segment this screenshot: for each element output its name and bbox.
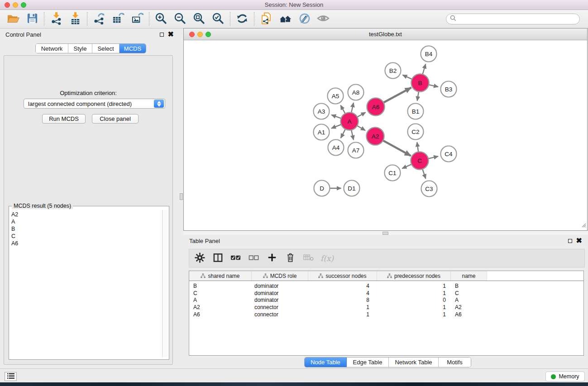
column-visibility-button[interactable] [212,251,224,266]
graph-node-A7[interactable]: A7 [348,143,364,158]
table-cell[interactable]: dominator [252,283,308,289]
export-network-button[interactable] [90,11,109,27]
graph-node-B[interactable]: B [411,74,429,92]
table-cell[interactable]: 1 [377,283,451,289]
network-zoom-button[interactable] [206,32,211,37]
table-cell[interactable]: C [189,290,252,296]
table-cell[interactable]: connector [252,311,308,318]
graph-node-B1[interactable]: B1 [408,104,424,119]
tab-edge-table[interactable]: Edge Table [347,357,389,367]
graph-node-D[interactable]: D [314,181,330,196]
table-row[interactable]: A6connector11A6 [189,311,583,318]
table-cell[interactable]: A6 [451,311,487,318]
column-header-successor-nodes[interactable]: successor nodes [308,271,377,281]
table-cell[interactable]: B [451,283,487,289]
table-cell[interactable]: dominator [252,290,308,296]
table-cell[interactable]: 0 [377,297,451,303]
save-session-button[interactable] [23,11,42,27]
table-cell[interactable]: 4 [308,290,377,296]
graph-node-A3[interactable]: A3 [314,104,330,119]
horizontal-split-handle[interactable] [382,232,388,235]
table-cell[interactable]: 1 [377,304,451,310]
zoom-fit-button[interactable] [190,11,209,27]
mcds-result-item[interactable]: A6 [11,240,163,247]
task-history-button[interactable] [5,372,17,381]
mcds-result-item[interactable]: A2 [11,211,163,218]
graph-node-A2[interactable]: A2 [367,128,384,145]
table-cell[interactable]: A2 [451,304,487,310]
close-panel-button[interactable]: Close panel [92,114,139,124]
import-table-button[interactable] [66,11,85,27]
table-cell[interactable]: connector [252,304,308,310]
graph-node-B3[interactable]: B3 [441,81,457,97]
graph-node-A1[interactable]: A1 [314,124,330,140]
graph-node-C3[interactable]: C3 [421,181,437,197]
table-cell[interactable]: 4 [308,283,377,289]
close-window-button[interactable] [5,2,10,8]
table-cell[interactable]: 1 [377,311,451,318]
graph-node-C[interactable]: C [411,152,429,170]
table-cell[interactable]: A6 [189,311,252,318]
table-cell[interactable]: 1 [308,311,377,318]
float-panel-icon[interactable] [160,33,164,37]
column-header-mcds-role[interactable]: MCDS role [252,271,308,281]
network-canvas[interactable]: B4B2BB3A8A5A6B1A3AA1C2A2A4A7C4CC1C3DD1 [184,40,587,230]
column-header-name[interactable]: name [451,271,487,281]
hide-annotations-button[interactable] [295,11,314,27]
graph-node-A8[interactable]: A8 [348,85,364,100]
mcds-result-item[interactable]: C [11,233,163,240]
mcds-result-scrollbar[interactable] [162,210,168,357]
window-resize-grip[interactable] [581,221,586,229]
search-field[interactable] [446,14,580,24]
zoom-in-button[interactable] [152,11,171,27]
zoom-out-button[interactable] [171,11,190,27]
show-graphics-button[interactable] [314,11,333,27]
tab-mcds[interactable]: MCDS [120,44,146,53]
graph-node-A4[interactable]: A4 [328,140,344,156]
graph-node-B2[interactable]: B2 [385,63,401,79]
table-cell[interactable]: C [451,290,487,296]
tab-network[interactable]: Network [36,44,68,53]
node-table[interactable]: shared nameMCDS rolesuccessor nodesprede… [189,271,584,356]
export-image-button[interactable] [128,11,147,27]
table-cell[interactable]: 1 [308,304,377,310]
network-close-button[interactable] [189,32,195,37]
home-button[interactable] [276,11,295,27]
float-table-panel-icon[interactable] [568,239,572,243]
tab-select[interactable]: Select [92,44,120,53]
graph-node-A[interactable]: A [341,113,359,130]
deselect-all-button[interactable] [248,251,260,266]
tab-style[interactable]: Style [68,44,92,53]
table-cell[interactable]: 8 [308,297,377,303]
tab-network-table[interactable]: Network Table [389,357,439,367]
network-window-titlebar[interactable]: testGlobe.txt [184,29,587,40]
table-cell[interactable]: B [189,283,252,289]
graph-node-C1[interactable]: C1 [385,165,401,181]
open-session-button[interactable] [4,11,23,27]
table-cell[interactable]: A2 [189,304,252,310]
close-panel-icon[interactable]: ✖ [168,32,174,37]
minimize-window-button[interactable] [13,2,18,8]
graph-node-A5[interactable]: A5 [328,88,344,104]
table-row[interactable]: A2connector11A2 [189,304,583,311]
vertical-split-handle[interactable] [180,193,183,200]
delete-column-button[interactable] [284,251,296,266]
column-header-shared-name[interactable]: shared name [189,271,252,281]
mcds-result-list[interactable]: A2ABCA6 [10,210,163,357]
table-cell[interactable]: A [451,297,487,303]
column-header-predecessor-nodes[interactable]: predecessor nodes [377,271,451,281]
network-graph[interactable]: B4B2BB3A8A5A6B1A3AA1C2A2A4A7C4CC1C3DD1 [184,40,587,230]
zoom-selected-button[interactable] [209,11,228,27]
network-overview-button[interactable] [257,11,276,27]
graph-node-B4[interactable]: B4 [421,46,437,62]
table-cell[interactable]: A [189,297,252,303]
criterion-dropdown[interactable]: largest connected component (directed) [24,99,165,109]
select-all-button[interactable] [230,251,242,266]
import-network-button[interactable] [47,11,66,27]
run-mcds-button[interactable]: Run MCDS [42,114,86,124]
table-row[interactable]: Cdominator41C [189,290,583,297]
close-table-panel-icon[interactable]: ✖ [576,238,582,243]
export-table-button[interactable] [109,11,128,27]
table-row[interactable]: Adominator80A [189,296,583,304]
graph-node-C4[interactable]: C4 [441,146,457,162]
